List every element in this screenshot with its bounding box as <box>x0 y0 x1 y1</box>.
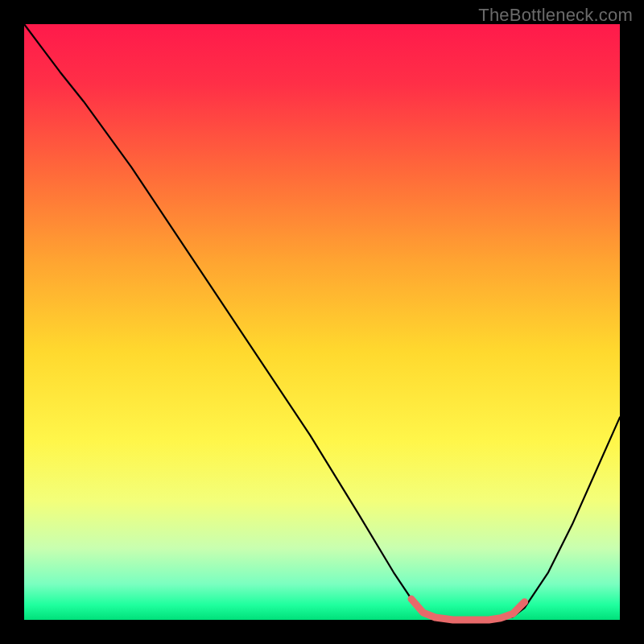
bottleneck-chart <box>0 0 644 644</box>
chart-container: TheBottleneck.com <box>0 0 644 644</box>
gradient-background <box>24 24 620 620</box>
watermark-text: TheBottleneck.com <box>478 5 633 26</box>
